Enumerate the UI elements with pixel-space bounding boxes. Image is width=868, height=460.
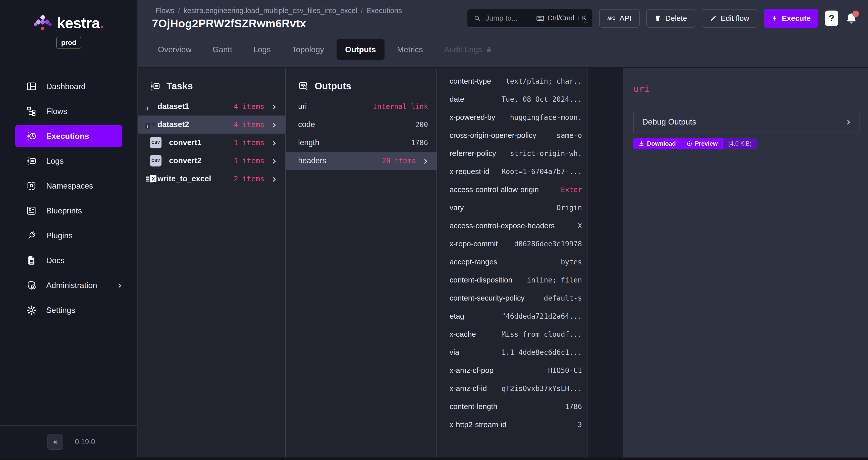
api-button[interactable]: API API — [599, 9, 640, 28]
header-row-via[interactable]: via 1.1 4dde8ec6d6c1... — [437, 343, 587, 361]
output-row-headers[interactable]: headers 20 items › — [286, 152, 436, 170]
kestra-logo[interactable]: kestra. — [0, 0, 137, 32]
header-row-x-request-id[interactable]: x-request-id Root=1-6704a7b7-... — [437, 162, 587, 180]
header-row-content-type[interactable]: content-type text/plain; char.. — [437, 72, 587, 90]
tab-logs[interactable]: Logs — [245, 39, 279, 60]
lightning-icon — [771, 15, 778, 22]
chevron-right-icon: › — [272, 138, 277, 147]
sidebar-item-administration[interactable]: Administration › — [15, 274, 122, 297]
tab-topology[interactable]: Topology — [283, 39, 333, 60]
notifications-button[interactable] — [845, 11, 858, 26]
task-row-dataset2[interactable]: HTTP↓ dataset2 4 items › — [138, 116, 285, 134]
task-row-write_to_excel[interactable]: X write_to_excel 2 items › — [138, 170, 285, 188]
search-placeholder: Jump to... — [486, 14, 531, 22]
breadcrumb: Flows / kestra.engineering.load_multiple… — [152, 6, 467, 15]
sidebar-item-logs[interactable]: Logs — [15, 150, 122, 172]
sidebar-item-settings[interactable]: Settings — [15, 299, 122, 321]
docs-icon — [26, 255, 37, 266]
lock-icon — [486, 46, 493, 53]
help-button[interactable]: ? — [825, 10, 838, 26]
collapse-sidebar-button[interactable]: « — [47, 434, 63, 450]
blueprints-icon — [26, 205, 37, 216]
header-row-content-security-policy[interactable]: content-security-policy default-s — [437, 289, 587, 307]
output-row-code[interactable]: code 200 — [286, 116, 436, 134]
sidebar-item-flows[interactable]: Flows — [15, 100, 122, 123]
file-actions: Download Preview (4.0 KiB) — [633, 138, 757, 150]
preview-button[interactable]: Preview — [681, 138, 723, 150]
header-row-x-http2-stream-id[interactable]: x-http2-stream-id 3 — [437, 416, 587, 434]
sidebar-nav: Dashboard Flows Executions — [0, 75, 137, 324]
debug-outputs-expander[interactable]: Debug Outputs › — [633, 111, 860, 133]
tab-metrics[interactable]: Metrics — [389, 39, 432, 60]
window-bottom-edge — [0, 458, 868, 460]
search-input[interactable]: Jump to... Ctrl/Cmd + K — [467, 9, 593, 28]
header-row-x-amz-cf-id[interactable]: x-amz-cf-id qT2isOvxb37xYsLH... — [437, 380, 587, 397]
tab-bar: Overview Gantt Logs Topology — [138, 32, 501, 67]
dashboard-icon — [26, 81, 37, 92]
sidebar-item-executions[interactable]: Executions — [15, 125, 122, 147]
sidebar-item-namespaces[interactable]: Namespaces — [15, 174, 122, 197]
executions-icon — [26, 131, 37, 141]
breadcrumb-link[interactable]: Flows — [155, 6, 175, 15]
header-row-x-powered-by[interactable]: x-powered-by huggingface-moon. — [437, 108, 587, 126]
timeline-text-icon — [150, 81, 160, 91]
output-row-uri[interactable]: uri Internal link — [286, 97, 436, 116]
breadcrumb-link[interactable]: kestra.engineering.load_multiple_csv_fil… — [184, 6, 358, 15]
kestra-logo-icon — [34, 14, 52, 32]
chevron-right-icon: › — [118, 280, 122, 290]
task-row-dataset1[interactable]: HTTP↓ dataset1 4 items › — [138, 97, 285, 116]
chevron-right-icon: › — [424, 156, 428, 165]
edit-flow-button[interactable]: Edit flow — [702, 9, 757, 28]
file-size-badge: (4.0 KiB) — [723, 138, 756, 150]
detail-title: uri — [633, 84, 868, 94]
output-row-length[interactable]: length 1786 — [286, 134, 436, 152]
environment-badge: prod — [56, 37, 82, 49]
detail-panel: uri Debug Outputs › Download — [623, 68, 868, 460]
outputs-panel: Outputs uri Internal link code — [286, 68, 437, 460]
page-title: 7OjHog2PRW2fSZRwm6Rvtx — [152, 17, 467, 30]
header-row-access-control-allow-origin[interactable]: access-control-allow-origin Exter — [437, 180, 587, 199]
header-row-date[interactable]: date Tue, 08 Oct 2024... — [437, 90, 587, 108]
main-area: Flows / kestra.engineering.load_multiple… — [138, 0, 868, 460]
header-row-referrer-policy[interactable]: referrer-policy strict-origin-wh. — [437, 144, 587, 162]
header-row-etag[interactable]: etag "46ddeda721d2a64... — [437, 307, 587, 325]
header-row-access-control-expose-headers[interactable]: access-control-expose-headers X — [437, 217, 587, 235]
header-row-x-amz-cf-pop[interactable]: x-amz-cf-pop HIO50-C1 — [437, 361, 587, 380]
chevron-right-icon: › — [272, 120, 277, 129]
pencil-icon — [710, 15, 717, 22]
download-button[interactable]: Download — [633, 138, 681, 150]
keyboard-shortcut: Ctrl/Cmd + K — [536, 14, 586, 23]
flows-icon — [26, 106, 37, 117]
keyboard-icon — [536, 14, 545, 23]
sidebar-item-blueprints[interactable]: Blueprints — [15, 199, 122, 222]
breadcrumb-link[interactable]: Executions — [366, 6, 402, 15]
sidebar-item-plugins[interactable]: Plugins — [15, 224, 122, 247]
search-icon — [473, 14, 481, 22]
topbar: Flows / kestra.engineering.load_multiple… — [138, 0, 868, 67]
csv-icon: CSV — [150, 137, 169, 149]
sidebar-item-docs[interactable]: Docs — [15, 249, 122, 272]
tab-gantt[interactable]: Gantt — [204, 39, 241, 60]
header-row-x-cache[interactable]: x-cache Miss from cloudf... — [437, 325, 587, 343]
header-row-x-repo-commit[interactable]: x-repo-commit d06286dee3e19978 — [437, 235, 587, 253]
administration-icon — [26, 280, 37, 291]
delete-button[interactable]: Delete — [646, 9, 695, 28]
task-row-convert2[interactable]: CSV convert2 1 items › — [138, 152, 285, 170]
headers-panel: content-type text/plain; char.. date Tue… — [437, 68, 587, 460]
header-row-vary[interactable]: vary Origin — [437, 199, 587, 217]
plugins-icon — [26, 230, 37, 241]
execute-button[interactable]: Execute — [764, 9, 818, 28]
tab-audit-logs[interactable]: Audit Logs — [435, 39, 501, 60]
header-row-cross-origin-opener-policy[interactable]: cross-origin-opener-policy same-o — [437, 126, 587, 144]
tasks-panel: Tasks HTTP↓ dataset1 4 items › — [138, 68, 285, 460]
tab-overview[interactable]: Overview — [149, 39, 200, 60]
tab-outputs[interactable]: Outputs — [337, 39, 384, 60]
api-icon: API — [607, 16, 615, 21]
sidebar-item-dashboard[interactable]: Dashboard — [15, 75, 122, 98]
logo-wordmark: kestra. — [57, 15, 103, 31]
task-row-convert1[interactable]: CSV convert1 1 items › — [138, 134, 285, 152]
tasks-panel-title: Tasks — [138, 68, 285, 92]
header-row-accept-ranges[interactable]: accept-ranges bytes — [437, 253, 587, 271]
header-row-content-length[interactable]: content-length 1786 — [437, 397, 587, 416]
header-row-content-disposition[interactable]: content-disposition inline; filen — [437, 271, 587, 289]
